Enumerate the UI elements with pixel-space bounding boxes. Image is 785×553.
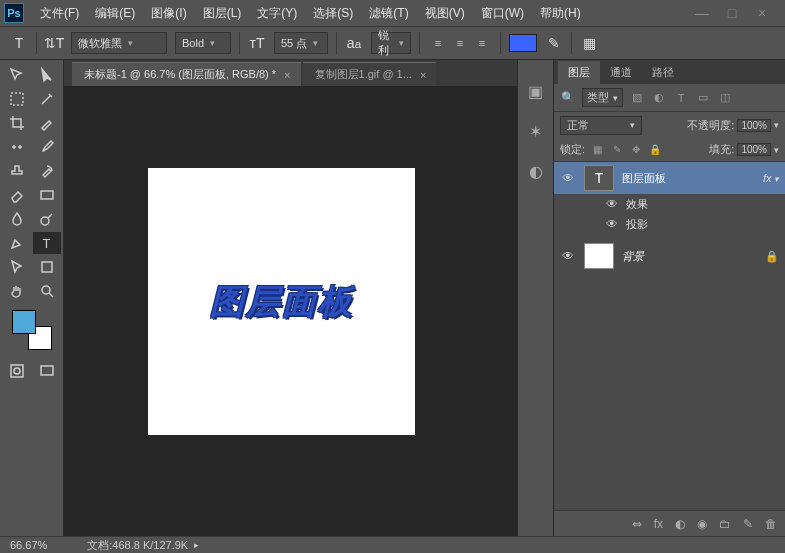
type-tool-preset-icon[interactable]: T	[10, 34, 28, 52]
menu-file[interactable]: 文件(F)	[34, 2, 85, 25]
adjustment-layer-icon[interactable]: ◉	[697, 517, 707, 531]
group-icon[interactable]: 🗀	[719, 517, 731, 531]
eyedropper-tool[interactable]	[33, 112, 61, 134]
history-brush-tool[interactable]	[33, 160, 61, 182]
status-menu-icon[interactable]: ▸	[194, 540, 199, 550]
quickmask-tool[interactable]	[3, 360, 31, 382]
wand-tool[interactable]	[33, 88, 61, 110]
hand-tool[interactable]	[3, 280, 31, 302]
layer-name[interactable]: 背景	[622, 249, 644, 264]
stamp-tool[interactable]	[3, 160, 31, 182]
link-layers-icon[interactable]: ⇔	[632, 517, 642, 531]
align-right-button[interactable]: ≡	[472, 33, 492, 53]
font-weight-dropdown[interactable]: Bold	[175, 32, 231, 54]
menu-select[interactable]: 选择(S)	[307, 2, 359, 25]
menu-help[interactable]: 帮助(H)	[534, 2, 587, 25]
foreground-swatch[interactable]	[12, 310, 36, 334]
filter-smart-icon[interactable]: ◫	[717, 90, 733, 106]
layer-thumbnail[interactable]	[584, 243, 614, 269]
crop-tool[interactable]	[3, 112, 31, 134]
filter-adjust-icon[interactable]: ◐	[651, 90, 667, 106]
swatches-panel-icon[interactable]: ◐	[525, 160, 547, 182]
document-tab-inactive[interactable]: 复制图层1.gif @ 1... ×	[303, 62, 437, 86]
opacity-chevron-icon[interactable]: ▾	[774, 120, 779, 130]
blur-tool[interactable]	[3, 208, 31, 230]
opacity-value[interactable]: 100%	[737, 119, 771, 132]
align-center-button[interactable]: ≡	[450, 33, 470, 53]
color-swatches[interactable]	[12, 310, 52, 350]
delete-layer-icon[interactable]: 🗑	[765, 517, 777, 531]
canvas-viewport[interactable]: 图层面板	[64, 86, 517, 536]
menu-image[interactable]: 图像(I)	[145, 2, 192, 25]
blend-mode-dropdown[interactable]: 正常	[560, 116, 642, 135]
menu-view[interactable]: 视图(V)	[419, 2, 471, 25]
marquee-tool[interactable]	[3, 88, 31, 110]
filter-pixel-icon[interactable]: ▧	[629, 90, 645, 106]
brush-tool[interactable]	[33, 136, 61, 158]
screenmode-tool[interactable]	[33, 360, 61, 382]
type-tool[interactable]: T	[33, 232, 61, 254]
maximize-button[interactable]: □	[721, 5, 743, 21]
text-orientation-icon[interactable]: ⇅T	[45, 34, 63, 52]
layer-name[interactable]: 图层面板	[622, 171, 666, 186]
layer-row-background[interactable]: 👁 背景 🔒	[554, 240, 785, 272]
visibility-icon[interactable]: 👁	[560, 249, 576, 263]
lock-all-icon[interactable]: 🔒	[648, 143, 661, 156]
document-info[interactable]: 文档:468.8 K/127.9K	[87, 538, 188, 553]
font-size-dropdown[interactable]: 55 点	[274, 32, 328, 54]
layer-fx-dropshadow[interactable]: 👁 投影	[554, 214, 785, 234]
layer-style-icon[interactable]: fx	[654, 517, 663, 531]
channels-tab[interactable]: 通道	[600, 61, 642, 84]
pen-tool[interactable]	[3, 232, 31, 254]
filter-shape-icon[interactable]: ▭	[695, 90, 711, 106]
visibility-icon[interactable]: 👁	[604, 197, 620, 211]
zoom-tool[interactable]	[33, 280, 61, 302]
visibility-icon[interactable]: 👁	[604, 217, 620, 231]
layer-filter-dropdown[interactable]: 类型	[582, 88, 623, 107]
layer-fx-effects[interactable]: 👁 效果	[554, 194, 785, 214]
font-family-dropdown[interactable]: 微软雅黑	[71, 32, 167, 54]
menu-filter[interactable]: 滤镜(T)	[363, 2, 414, 25]
warp-text-icon[interactable]: ✎	[545, 34, 563, 52]
minimize-button[interactable]: —	[691, 5, 713, 21]
dodge-tool[interactable]	[33, 208, 61, 230]
menu-type[interactable]: 文字(Y)	[251, 2, 303, 25]
artboard-tool[interactable]	[33, 64, 61, 86]
filter-type-icon[interactable]: T	[673, 90, 689, 106]
shape-tool[interactable]	[33, 256, 61, 278]
menu-window[interactable]: 窗口(W)	[475, 2, 530, 25]
layer-fx-badge[interactable]: fx	[763, 172, 779, 184]
layers-tab[interactable]: 图层	[558, 61, 600, 84]
canvas[interactable]: 图层面板	[148, 168, 415, 435]
tab-close-icon[interactable]: ×	[284, 69, 290, 81]
close-button[interactable]: ×	[751, 5, 773, 21]
layer-thumbnail[interactable]: T	[584, 165, 614, 191]
lock-pixels-icon[interactable]: ✎	[610, 143, 623, 156]
eraser-tool[interactable]	[3, 184, 31, 206]
tab-close-icon[interactable]: ×	[420, 69, 426, 81]
visibility-icon[interactable]: 👁	[560, 171, 576, 185]
heal-tool[interactable]	[3, 136, 31, 158]
menu-edit[interactable]: 编辑(E)	[89, 2, 141, 25]
path-select-tool[interactable]	[3, 256, 31, 278]
lock-transparency-icon[interactable]: ▦	[591, 143, 604, 156]
text-color-swatch[interactable]	[509, 34, 537, 52]
zoom-level[interactable]: 66.67%	[10, 539, 47, 551]
search-icon[interactable]: 🔍	[560, 90, 576, 106]
align-left-button[interactable]: ≡	[428, 33, 448, 53]
character-panel-icon[interactable]: ▦	[580, 34, 598, 52]
move-tool[interactable]	[3, 64, 31, 86]
layer-row-text[interactable]: 👁 T 图层面板 fx	[554, 162, 785, 194]
menu-layer[interactable]: 图层(L)	[197, 2, 248, 25]
fill-chevron-icon[interactable]: ▾	[774, 145, 779, 155]
new-layer-icon[interactable]: ✎	[743, 517, 753, 531]
lock-position-icon[interactable]: ✥	[629, 143, 642, 156]
paths-tab[interactable]: 路径	[642, 61, 684, 84]
document-tab-active[interactable]: 未标题-1 @ 66.7% (图层面板, RGB/8) * ×	[72, 62, 301, 86]
history-panel-icon[interactable]: ▣	[525, 80, 547, 102]
antialias-dropdown[interactable]: 锐利	[371, 32, 411, 54]
gradient-tool[interactable]	[33, 184, 61, 206]
layer-mask-icon[interactable]: ◐	[675, 517, 685, 531]
brushes-panel-icon[interactable]: ✶	[525, 120, 547, 142]
fill-value[interactable]: 100%	[737, 143, 771, 156]
